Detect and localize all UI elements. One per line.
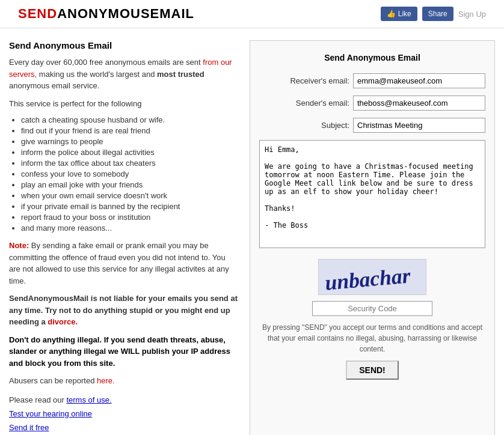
- logo-rest: ANONYMOUSEMAIL: [57, 6, 194, 21]
- receiver-row: Receiver's email:: [259, 73, 485, 88]
- subject-label: Subject:: [321, 121, 349, 130]
- intro-text: Every day over 60,000 free anonymous ema…: [9, 56, 238, 92]
- list-item: confess your love to somebody: [21, 169, 238, 178]
- form-title: Send Anonymous Email: [259, 53, 485, 62]
- abusers-line: Abusers can be reported here.: [9, 375, 238, 387]
- message-textarea[interactable]: [259, 140, 485, 248]
- receiver-input[interactable]: [353, 73, 485, 88]
- signup-link[interactable]: Sign Up: [458, 10, 486, 19]
- left-panel-title: Send Anonymous Email: [9, 40, 238, 50]
- sendfree-line: Send it free: [9, 421, 238, 434]
- right-panel: Send Anonymous Email Receiver's email: S…: [250, 40, 495, 435]
- subject-row: Subject:: [259, 118, 485, 133]
- site-logo: SENDANONYMOUSEMAIL: [18, 6, 194, 22]
- service-list: catch a cheating spouse husband or wife.…: [21, 115, 238, 233]
- header-actions: 👍 Like Share Sign Up: [381, 7, 486, 21]
- receiver-label: Receiver's email:: [290, 76, 349, 85]
- list-item: give warnings to people: [21, 137, 238, 146]
- list-item: if your private email is banned by the r…: [21, 202, 238, 211]
- list-item: when your own email service doesn't work: [21, 191, 238, 200]
- list-item: and many more reasons...: [21, 224, 238, 233]
- abusers-text: Abusers can be reported: [9, 376, 94, 385]
- service-intro: This service is perfect for the followin…: [9, 98, 238, 110]
- hearing-line: Test your hearing online: [9, 407, 238, 421]
- note-block: Note: By sending a fake email or prank e…: [9, 240, 238, 287]
- terms-link[interactable]: terms of use.: [66, 395, 111, 404]
- sender-row: Sender's email:: [259, 96, 485, 111]
- send-button[interactable]: SEND!: [346, 360, 399, 380]
- security-code-input[interactable]: [312, 301, 432, 316]
- main-content: Send Anonymous Email Every day over 60,0…: [0, 28, 504, 435]
- note-label: Note:: [9, 241, 29, 250]
- footer-links: Please read our terms of use. Test your …: [9, 393, 238, 436]
- liability-warning: SendAnonymousMail is not liable for your…: [9, 293, 238, 328]
- terms-text: By pressing "SEND" you accept our terms …: [259, 322, 485, 354]
- list-item: report fraud to your boss or institution: [21, 213, 238, 222]
- divorce-link[interactable]: divorce.: [48, 317, 78, 326]
- abusers-link[interactable]: here.: [97, 376, 115, 385]
- illegal-warning: Don't do anything illegal. If you send d…: [9, 334, 238, 370]
- captcha-section: unbachar: [259, 259, 485, 316]
- site-header: SENDANONYMOUSEMAIL 👍 Like Share Sign Up: [0, 0, 504, 28]
- captcha-svg: unbachar: [319, 259, 426, 295]
- terms-line: Please read our terms of use.: [9, 393, 238, 407]
- note-text: By sending a fake email or prank email y…: [9, 241, 229, 285]
- illegal-warning-text: Don't do anything illegal. If you send d…: [9, 335, 230, 368]
- facebook-share-button[interactable]: Share: [422, 7, 453, 21]
- captcha-image: unbachar: [318, 259, 426, 295]
- list-item: inform the police about illegal activiti…: [21, 148, 238, 157]
- liability-text: SendAnonymousMail is not liable for your…: [9, 294, 238, 326]
- list-item: find out if your friend is are real frie…: [21, 126, 238, 135]
- left-panel: Send Anonymous Email Every day over 60,0…: [9, 40, 238, 435]
- facebook-like-button[interactable]: 👍 Like: [381, 7, 417, 21]
- sendfree-link[interactable]: Send it free: [9, 423, 49, 432]
- thumbs-up-icon: 👍: [387, 10, 396, 18]
- logo-send: SEND: [18, 6, 57, 21]
- subject-input[interactable]: [353, 118, 485, 133]
- sender-input[interactable]: [353, 96, 485, 111]
- list-item: play an email joke with your friends: [21, 180, 238, 189]
- sender-label: Sender's email:: [296, 99, 349, 108]
- list-item: catch a cheating spouse husband or wife.: [21, 115, 238, 124]
- like-label: Like: [398, 10, 411, 18]
- hearing-link[interactable]: Test your hearing online: [9, 409, 92, 418]
- list-item: inform the tax office about tax cheaters: [21, 159, 238, 168]
